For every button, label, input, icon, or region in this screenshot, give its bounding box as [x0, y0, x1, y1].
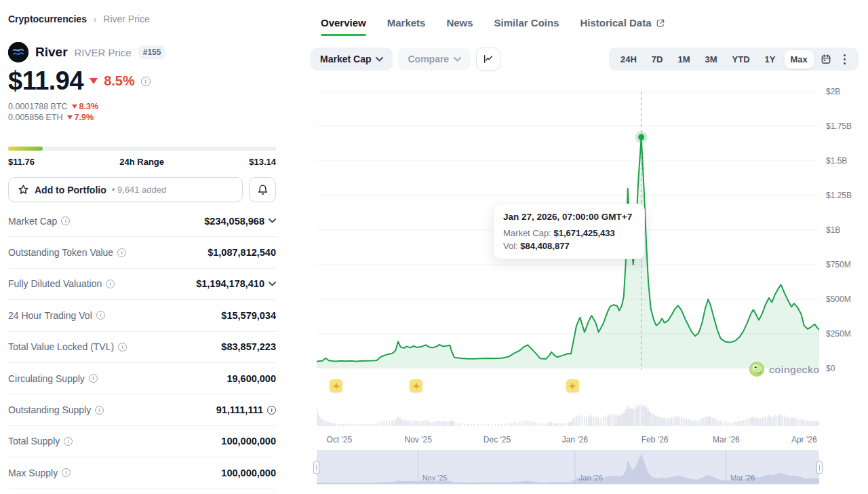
chart-metric-controls: Market Cap Compare [311, 48, 500, 71]
info-icon[interactable] [64, 437, 73, 446]
chart-tooltip: Jan 27, 2026, 07:00:00 GMT+7 Market Cap:… [493, 204, 645, 259]
y-axis-label: $0 [826, 364, 835, 373]
tab-overview[interactable]: Overview [321, 17, 366, 36]
breadcrumb-root-link[interactable]: Cryptocurrencies [8, 14, 87, 24]
stat-row-fully-diluted-valuation: Fully Diluted Valuation$1,194,178,410 [8, 269, 276, 300]
range-button-ytd[interactable]: YTD [726, 50, 756, 69]
portfolio-added-count: • 9,641 added [112, 185, 166, 195]
info-icon[interactable] [62, 468, 71, 477]
price-value: $11.94 [8, 66, 83, 96]
x-axis-label: Jan '26 [562, 435, 588, 444]
stat-row-total-value-locked-tvl: Total Value Locked (TVL)$83,857,223 [8, 332, 276, 363]
metric-dropdown[interactable]: Market Cap [311, 48, 393, 71]
stat-value: $1,087,812,540 [208, 247, 276, 258]
info-icon[interactable] [61, 216, 70, 225]
event-badge-icon[interactable] [410, 379, 422, 392]
range-button-1m[interactable]: 1M [671, 50, 696, 69]
x-axis-label: Apr '26 [791, 435, 817, 444]
stat-label: Market Cap [8, 216, 70, 227]
stat-value: $15,579,034 [221, 310, 276, 321]
range-low: $11.76 [8, 157, 35, 167]
event-badge-icon[interactable] [330, 379, 342, 392]
stat-value: 100,000,000 [221, 436, 276, 446]
range-24h-labels: $11.76 24h Range $13.14 [8, 157, 276, 167]
line-chart-icon [483, 54, 494, 64]
price-row: $11.94 8.5% [8, 66, 151, 96]
add-to-portfolio-button[interactable]: Add to Portfolio • 9,641 added [8, 177, 243, 202]
calendar-icon[interactable] [816, 51, 835, 67]
eth-conversion-change: 7.9% [67, 113, 94, 122]
x-axis-label: Oct '25 [327, 435, 353, 444]
info-icon[interactable] [118, 343, 127, 352]
chevron-down-icon[interactable] [269, 282, 276, 286]
eth-conversion-row: 0.005856 ETH 7.9% [8, 113, 94, 122]
coin-detail-page: Cryptocurrencies › River Price River RIV… [0, 0, 868, 494]
range-button-max[interactable]: Max [785, 50, 814, 69]
price-alert-button[interactable] [249, 177, 276, 202]
tab-markets[interactable]: Markets [387, 17, 426, 36]
scrubber-tick-label: Mar '26 [730, 474, 755, 482]
x-axis-label: Dec '25 [484, 435, 511, 444]
stat-label: Circulating Supply [8, 373, 98, 384]
chevron-down-icon[interactable] [269, 218, 276, 223]
breadcrumb-current: River Price [103, 14, 149, 24]
btc-conversion-row: 0.0001788 BTC 8.3% [8, 102, 98, 111]
bell-icon [257, 184, 269, 195]
range-button-3m[interactable]: 3M [699, 50, 724, 69]
tooltip-date: Jan 27, 2026, 07:00:00 GMT+7 [503, 212, 635, 222]
chart-type-button[interactable] [476, 48, 500, 71]
eth-conversion-value: 0.005856 ETH [8, 113, 63, 122]
y-axis-label: $750M [826, 260, 851, 269]
range-24h-bar [8, 147, 276, 151]
range-label: 24h Range [119, 157, 164, 167]
tooltip-volume: Vol: $84,408,877 [503, 241, 635, 251]
range-high: $13.14 [249, 157, 276, 167]
stat-label: Max Supply [8, 468, 71, 478]
scrubber-left-handle[interactable] [313, 461, 319, 474]
y-axis-label: $250M [826, 329, 851, 339]
info-icon[interactable] [117, 248, 126, 257]
stat-value: 100,000,000 [221, 468, 276, 478]
btc-conversion-value: 0.0001788 BTC [8, 102, 68, 111]
stat-row-outstanding-supply: Outstanding Supply91,111,111 [8, 394, 276, 425]
range-button-24h[interactable]: 24H [614, 50, 643, 69]
stat-value: 19,600,000 [226, 373, 276, 384]
coin-stats-table: Market Cap$234,058,968Outstanding Token … [8, 206, 276, 489]
stat-value: $1,194,178,410 [196, 278, 276, 289]
x-axis-label: Nov '25 [405, 435, 432, 444]
coin-name: River [35, 45, 68, 60]
range-button-7d[interactable]: 7D [646, 50, 669, 69]
stat-row-market-cap: Market Cap$234,058,968 [8, 206, 276, 237]
scrubber-right-handle[interactable] [816, 461, 823, 474]
price-info-icon[interactable] [141, 77, 151, 86]
y-axis-label: $1.25B [826, 191, 852, 200]
more-options-icon[interactable] [838, 52, 851, 67]
breadcrumb-separator: › [94, 14, 96, 24]
stat-label: Outstanding Supply [8, 404, 104, 415]
price-change: 8.5% [104, 73, 135, 89]
compare-dropdown[interactable]: Compare [398, 48, 471, 71]
info-icon[interactable] [96, 311, 105, 320]
coin-header: River RIVER Price #155 [8, 42, 165, 62]
info-icon[interactable] [95, 406, 104, 415]
y-axis-label: $1.75B [826, 121, 852, 131]
stat-row-circulating-supply: Circulating Supply19,600,000 [8, 363, 276, 394]
time-range-selector: 24H7D1M3MYTD1YMax [609, 48, 859, 71]
info-icon[interactable] [106, 280, 115, 288]
stat-value: $83,857,223 [221, 341, 276, 352]
tab-news[interactable]: News [446, 17, 473, 36]
volume-bars-svg [317, 402, 819, 426]
stat-row-total-supply: Total Supply100,000,000 [8, 426, 276, 457]
section-tabs: OverviewMarketsNewsSimilar CoinsHistoric… [321, 17, 665, 36]
range-button-1y[interactable]: 1Y [759, 50, 782, 69]
timeline-scrubber[interactable]: Nov '25Jan '26Mar '26 [317, 450, 819, 484]
info-icon[interactable] [267, 406, 276, 415]
chevron-down-icon [454, 57, 461, 62]
coingecko-logo-icon [749, 362, 764, 377]
tab-similar-coins[interactable]: Similar Coins [494, 17, 559, 36]
x-axis-label: Mar '26 [713, 435, 740, 444]
tab-historical-data[interactable]: Historical Data [580, 17, 665, 36]
y-axis-label: $1.5B [826, 156, 847, 166]
info-icon[interactable] [89, 374, 98, 383]
event-badge-icon[interactable] [566, 379, 579, 392]
